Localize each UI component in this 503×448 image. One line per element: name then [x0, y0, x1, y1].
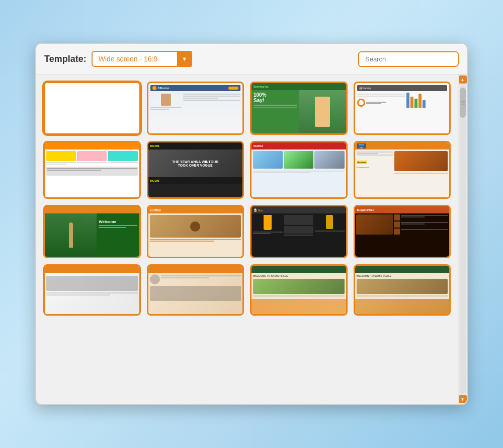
scroll-track[interactable]	[460, 85, 466, 394]
content-area: Blank Office Inc.	[36, 74, 467, 404]
card-footer-partial3: Template 15	[252, 314, 346, 316]
template-card-realestate[interactable]: RE/MAX Real Estate 16 x 9 🔍	[250, 141, 348, 199]
hotel-preview: Hotellogo Breakfast Promotion info	[355, 142, 450, 197]
card-footer-local: Local Business 16 x 9 🔍	[148, 197, 243, 199]
template-card-wine[interactable]: Welcome Wine 16 x 9 🔍	[43, 205, 141, 258]
card-footer-partial2: Template 14	[148, 314, 243, 316]
template-grid: Blank Office Inc.	[43, 82, 451, 316]
card-footer-corporate: Corporate 16 x 9 🔍	[252, 133, 346, 135]
template-dropdown[interactable]: Wide screen - 16:9	[92, 51, 192, 67]
partial4-preview: WELCOME TO SAM'S PLACE	[355, 266, 450, 314]
template-card-coffee[interactable]: Coffee Coffee Shop 16 x 9 🔍	[147, 205, 244, 258]
card-footer-coffee: Coffee Shop 16 x 9 🔍	[148, 257, 243, 258]
scroll-up-button[interactable]	[459, 76, 467, 84]
office-preview: Office Inc.	[148, 83, 243, 133]
search-input[interactable]	[358, 51, 459, 67]
local-preview: KGON THE YEAR ANNA WINTOURTOOK OVER VOGU…	[148, 142, 243, 197]
realestate-preview: RE/MAX	[252, 142, 346, 197]
template-card-blank[interactable]: Blank	[43, 82, 141, 135]
factory-preview: 🏭 Factory !	[355, 83, 450, 133]
template-dropdown-wrapper[interactable]: Wide screen - 16:9	[92, 51, 192, 67]
template-card-partial2[interactable]: Template 14	[147, 264, 244, 316]
scroll-thumb-lines	[461, 101, 465, 105]
internal-preview	[45, 142, 139, 197]
dialog-header: Template: Wide screen - 16:9	[36, 44, 467, 74]
bar-preview: 🍺 Bar	[252, 206, 346, 257]
template-card-corporate[interactable]: Sporting Inc. 100%Say!	[250, 82, 348, 135]
corporate-preview: Sporting Inc. 100%Say!	[252, 83, 346, 133]
card-footer-factory: Factory 16 x 9 🔍	[355, 133, 450, 135]
blank-preview	[45, 83, 139, 133]
template-dialog: Template: Wide screen - 16:9 Blank	[35, 43, 468, 405]
template-label: Template:	[44, 54, 87, 64]
template-card-internal[interactable]: Internal Communicatio... 🔍	[43, 141, 141, 199]
scroll-thumb[interactable]	[460, 88, 466, 118]
card-footer-wine: Wine 16 x 9 🔍	[45, 257, 139, 258]
card-footer-partial1: Template 13	[45, 314, 139, 316]
scroll-down-button[interactable]	[459, 395, 467, 403]
template-grid-container: Blank Office Inc.	[36, 74, 458, 404]
scrollbar	[458, 74, 467, 404]
card-footer-hotel: Hotel 16 x 9 🔍	[355, 197, 450, 199]
card-footer-internal: Internal Communicatio... 🔍	[45, 197, 139, 199]
card-footer-realestate: Real Estate 16 x 9 🔍	[252, 197, 346, 199]
template-card-hotel[interactable]: Hotellogo Breakfast Promotion info	[354, 141, 451, 199]
card-footer-burgers: Burgers Restaurant 1... 🔍	[355, 257, 450, 258]
partial2-preview	[148, 266, 243, 314]
partial1-preview	[45, 266, 139, 314]
wine-preview: Welcome	[45, 206, 139, 257]
template-card-bar[interactable]: 🍺 Bar	[250, 205, 348, 258]
template-card-partial1[interactable]: Template 13	[43, 264, 141, 316]
card-footer-bar: Bar 16 x 9 🔍	[252, 257, 346, 258]
coffee-preview: Coffee	[148, 206, 243, 257]
partial3-preview: WELCOME TO SAM'S PLACE	[252, 266, 346, 314]
template-card-office[interactable]: Office Inc.	[147, 82, 244, 135]
card-footer-partial4: Template 16	[355, 314, 450, 316]
template-card-factory[interactable]: 🏭 Factory !	[354, 82, 451, 135]
template-card-partial4[interactable]: WELCOME TO SAM'S PLACE Template 16	[354, 264, 451, 316]
template-card-partial3[interactable]: WELCOME TO SAM'S PLACE Template 15	[250, 264, 348, 316]
card-footer-office: Office 16 x 9 🔍	[148, 133, 243, 135]
template-card-local[interactable]: KGON THE YEAR ANNA WINTOURTOOK OVER VOGU…	[147, 141, 244, 199]
card-footer-blank: Blank	[45, 133, 139, 135]
burgers-preview: Burgers Place	[355, 206, 450, 257]
template-card-burgers[interactable]: Burgers Place	[354, 205, 451, 258]
